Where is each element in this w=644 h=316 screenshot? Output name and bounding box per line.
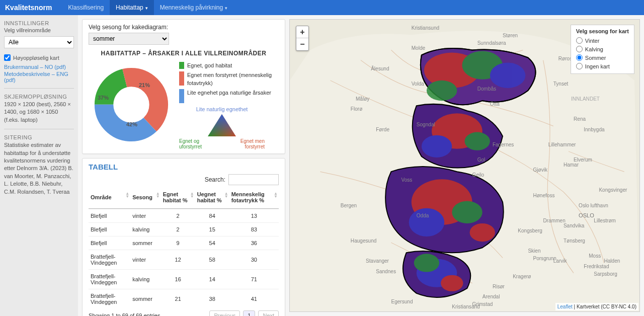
svg-text:Molde: Molde [412,45,426,51]
table-row: Blefjellsommer95436 [89,236,279,250]
hires-checkbox[interactable] [4,54,11,61]
svg-text:Kongsvinger: Kongsvinger [599,187,627,193]
table-row: Brattefjell-Vindeggenkalving161471 [89,270,279,289]
col-header[interactable]: Menneskelig fotavtrykk %▲▼ [229,188,279,209]
svg-text:Volda: Volda [412,81,425,87]
svg-text:Geilo: Geilo [472,172,485,178]
svg-text:Kragerø: Kragerø [513,274,531,279]
next-button[interactable]: Next [258,310,279,316]
radio-ingen[interactable]: Ingen kart [576,62,629,70]
svg-text:OSLO: OSLO [579,212,594,218]
svg-text:Sandvika: Sandvika [564,223,585,228]
svg-text:Arendal: Arendal [482,294,500,299]
nav-habitattap[interactable]: Habitattap▾ [110,0,154,15]
col-header[interactable]: Egnet habitat %▲▼ [161,188,195,209]
svg-text:Innbygda: Innbygda [584,127,605,132]
season-select[interactable]: sommer [89,33,169,45]
res-title: SKJERMOPPLØSNING [4,94,74,100]
svg-text:Dombås: Dombås [477,86,496,92]
area-label: Velg villreinområde [4,27,74,33]
svg-text:Måløy: Måløy [356,96,370,102]
page-number[interactable]: 1 [243,310,255,316]
map-season-legend: Velg sesong for kart Vinter Kalving Somm… [571,25,634,74]
svg-text:Bergen: Bergen [341,203,357,208]
svg-text:Tønsberg: Tønsberg [564,238,585,244]
svg-point-18 [414,254,439,272]
table-row: Brattefjell-Vindeggensommer213841 [89,289,279,309]
radio-sommer[interactable]: Sommer [576,53,629,62]
svg-text:Risør: Risør [493,284,505,289]
svg-text:Kristiansund: Kristiansund [412,25,439,31]
radio-vinter[interactable]: Vinter [576,36,629,45]
svg-text:Sarpsborg: Sarpsborg [594,271,617,277]
svg-text:Lillehammer: Lillehammer [548,142,576,147]
svg-text:Elverum: Elverum [574,157,592,163]
svg-point-8 [490,63,526,88]
svg-text:Støren: Støren [503,33,518,38]
svg-text:Oslo lufthavn: Oslo lufthavn [579,203,608,208]
zoom-in-button[interactable]: + [296,26,308,38]
col-header[interactable]: Område▲▼ [89,188,130,209]
svg-text:Florø: Florø [351,106,362,112]
prev-button[interactable]: Previous [209,310,240,316]
svg-text:Odda: Odda [417,213,429,218]
table-row: Blefjellvinter28413 [89,209,279,223]
cite-title: SITERING [4,134,74,140]
map-attribution: Leaflet | Kartverket (CC BY-NC 4.0) [555,303,638,310]
svg-point-15 [452,201,482,223]
search-input[interactable] [228,174,279,185]
svg-text:Lillestrøm: Lillestrøm [594,218,616,223]
sidebar: INNSTILLINGER Velg villreinområde Alle H… [0,15,78,316]
svg-text:Stavanger: Stavanger [366,258,389,264]
svg-text:Hamar: Hamar [564,162,579,168]
nav-menneskelig[interactable]: Menneskelig påvirkning▾ [154,0,233,15]
link-method-eng[interactable]: Metodebeskrivelse – ENG (pdf) [4,71,74,83]
svg-text:Grimstad: Grimstad [472,301,493,307]
table-row: Blefjellkalving21583 [89,223,279,236]
svg-marker-4 [208,114,236,136]
col-header[interactable]: Uegnet habitat %▲▼ [195,188,229,209]
table-info: Showing 1 to 69 of 69 entries [89,312,160,316]
svg-text:Larvik: Larvik [553,258,568,264]
area-select[interactable]: Alle [4,36,74,48]
map[interactable]: Kristiansund Ålesund Molde Sunndalsøra S… [289,19,640,312]
donut-chart: 21% 42% 37% [89,62,174,147]
nav-klassifisering[interactable]: Klassifisering [62,0,110,15]
navbar: Kvalitetsnorm Klassifisering Habitattap▾… [0,0,644,15]
chevron-down-icon: ▾ [225,6,227,11]
ternary-legend: Lite naturlig egnethet Egnet og uforstyr… [179,106,265,149]
leaflet-link[interactable]: Leaflet [557,304,573,309]
svg-point-16 [470,223,495,242]
svg-text:Moss: Moss [589,253,601,259]
col-header[interactable]: Sesong▲▼ [130,188,160,209]
svg-text:Sunndalsøra: Sunndalsøra [477,40,506,46]
svg-text:Egersund: Egersund [391,299,413,304]
svg-text:Tynset: Tynset [553,81,569,87]
svg-text:Voss: Voss [401,177,413,183]
cite-text: Statistiske estimater av habitattap for … [4,141,74,196]
svg-text:Drammen: Drammen [543,218,566,223]
zoom-out-button[interactable]: − [296,38,308,50]
svg-point-19 [441,275,463,291]
table-title: TABELL [89,163,279,171]
chart-legend: Egnet, god habitat Egnet men forstyrret … [179,62,279,103]
chevron-down-icon: ▾ [145,6,148,11]
link-manual-no[interactable]: Brukermanual – NO (pdf) [4,64,74,70]
svg-text:Rena: Rena [574,116,586,122]
svg-point-12 [464,132,490,150]
svg-text:Kongsberg: Kongsberg [518,228,542,233]
search-label: Search: [205,176,225,183]
hires-label: Høyoppløselig kart [13,55,59,61]
svg-text:Haugesund: Haugesund [351,238,376,244]
res-text: 1920 × 1200 (best), 2560 × 1400, og 1680… [4,101,74,124]
chart-title: HABITATTAP – ÅRSAKER I ALLE VILLREINOMRÅ… [89,50,279,57]
svg-text:Sogndal: Sogndal [417,122,435,127]
chart-panel: Velg sesong for kakediagram: sommer HABI… [82,19,285,154]
brand: Kvalitetsnorm [5,4,52,12]
season-label: Velg sesong for kakediagram: [89,24,168,31]
radio-kalving[interactable]: Kalving [576,45,629,53]
map-legend-title: Velg sesong for kart [576,28,629,34]
svg-point-9 [427,81,457,101]
svg-text:Fredrikstad: Fredrikstad [584,264,609,269]
svg-text:Skien: Skien [528,248,540,254]
